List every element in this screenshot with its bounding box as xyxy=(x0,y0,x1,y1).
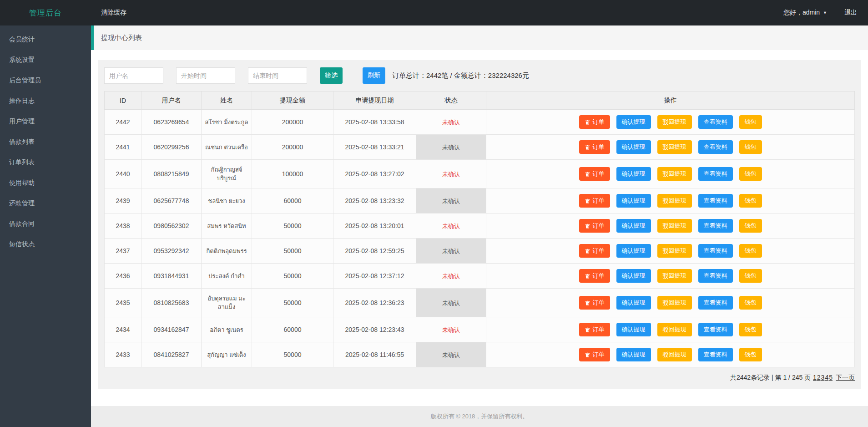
confirm-withdraw-button[interactable]: 确认提现 xyxy=(616,348,651,361)
confirm-withdraw-button[interactable]: 确认提现 xyxy=(616,269,651,283)
reject-withdraw-button[interactable]: 驳回提现 xyxy=(657,194,692,208)
order-button[interactable]: 订单 xyxy=(579,244,610,258)
wallet-button[interactable]: 钱包 xyxy=(739,244,762,258)
username-input[interactable] xyxy=(104,67,163,84)
confirm-withdraw-button[interactable]: 确认提现 xyxy=(616,167,651,181)
view-profile-button[interactable]: 查看资料 xyxy=(698,219,733,233)
cell-actions: 订单确认提现驳回提现查看资料钱包 xyxy=(486,188,855,214)
order-button[interactable]: 订单 xyxy=(579,219,610,233)
column-header: 状态 xyxy=(416,92,486,110)
order-button-label: 订单 xyxy=(593,197,605,205)
cell-username: 0808215849 xyxy=(141,160,202,188)
view-profile-button[interactable]: 查看资料 xyxy=(698,194,733,208)
sidebar-item[interactable]: 操作日志 xyxy=(0,91,91,111)
wallet-button[interactable]: 钱包 xyxy=(739,115,762,129)
reject-withdraw-button[interactable]: 驳回提现 xyxy=(657,348,692,361)
view-profile-button[interactable]: 查看资料 xyxy=(698,323,733,336)
user-menu[interactable]: 您好，admin ▼ xyxy=(783,9,827,17)
order-button[interactable]: 订单 xyxy=(579,348,610,361)
cell-date: 2025-02-08 13:20:01 xyxy=(333,214,416,239)
order-button[interactable]: 订单 xyxy=(579,115,610,129)
wallet-button[interactable]: 钱包 xyxy=(739,219,762,233)
confirm-withdraw-button[interactable]: 确认提现 xyxy=(616,115,651,129)
status-badge: 未确认 xyxy=(416,160,486,188)
sidebar-item[interactable]: 借款列表 xyxy=(0,132,91,152)
page-link[interactable]: 4 xyxy=(825,374,828,381)
sidebar-item[interactable]: 短信状态 xyxy=(0,234,91,254)
cell-date: 2025-02-08 12:37:12 xyxy=(333,264,416,289)
reject-withdraw-button[interactable]: 驳回提现 xyxy=(657,167,692,181)
page-link[interactable]: 1 xyxy=(813,374,817,381)
reject-withdraw-button[interactable]: 驳回提现 xyxy=(657,219,692,233)
sidebar-item[interactable]: 借款合同 xyxy=(0,214,91,234)
cell-name: ประสงค์ กำศำ xyxy=(202,264,252,289)
confirm-withdraw-button[interactable]: 确认提现 xyxy=(616,194,651,208)
confirm-withdraw-button[interactable]: 确认提现 xyxy=(616,140,651,154)
sidebar-item[interactable]: 后台管理员 xyxy=(0,70,91,91)
order-button[interactable]: 订单 xyxy=(579,269,610,283)
wallet-button[interactable]: 钱包 xyxy=(739,323,762,336)
sidebar-item[interactable]: 订单列表 xyxy=(0,152,91,173)
order-summary: 订单总计：2442笔 / 金额总计：232224326元 xyxy=(392,71,529,80)
cell-id: 2434 xyxy=(105,317,141,342)
sidebar-item[interactable]: 用户管理 xyxy=(0,111,91,132)
reject-withdraw-button[interactable]: 驳回提现 xyxy=(657,323,692,336)
end-time-input[interactable] xyxy=(248,67,307,84)
cell-username: 0931844931 xyxy=(141,264,202,289)
sidebar-item[interactable]: 还款管理 xyxy=(0,193,91,214)
order-button[interactable]: 订单 xyxy=(579,296,610,310)
page-link[interactable]: 2 xyxy=(817,374,821,381)
cell-amount: 60000 xyxy=(252,317,333,342)
greeting-text: 您好，admin xyxy=(783,9,820,17)
view-profile-button[interactable]: 查看资料 xyxy=(698,167,733,181)
brand-title[interactable]: 管理后台 xyxy=(0,8,91,18)
order-button[interactable]: 订单 xyxy=(579,323,610,336)
wallet-button[interactable]: 钱包 xyxy=(739,269,762,283)
wallet-button[interactable]: 钱包 xyxy=(739,194,762,208)
next-page-link[interactable]: 下一页 xyxy=(836,374,855,381)
cell-date: 2025-02-08 13:33:21 xyxy=(333,135,416,160)
order-button[interactable]: 订单 xyxy=(579,194,610,208)
table-row: 24340934162847อภิตา ชูเนตร600002025-02-0… xyxy=(105,317,855,342)
sidebar-item[interactable]: 使用帮助 xyxy=(0,173,91,193)
reject-withdraw-button[interactable]: 驳回提现 xyxy=(657,115,692,129)
confirm-withdraw-button[interactable]: 确认提现 xyxy=(616,323,651,336)
view-profile-button[interactable]: 查看资料 xyxy=(698,140,733,154)
refresh-button[interactable]: 刷新 xyxy=(363,67,385,84)
wallet-button[interactable]: 钱包 xyxy=(739,167,762,181)
filter-button[interactable]: 筛选 xyxy=(320,67,343,84)
cell-username: 0934162847 xyxy=(141,317,202,342)
wallet-button[interactable]: 钱包 xyxy=(739,348,762,361)
order-button[interactable]: 订单 xyxy=(579,167,610,181)
trash-icon xyxy=(585,273,590,279)
logout-link[interactable]: 退出 xyxy=(844,9,857,17)
confirm-withdraw-button[interactable]: 确认提现 xyxy=(616,219,651,233)
sidebar-item[interactable]: 系统设置 xyxy=(0,50,91,70)
page-title: 提现中心列表 xyxy=(91,25,868,50)
view-profile-button[interactable]: 查看资料 xyxy=(698,348,733,361)
view-profile-button[interactable]: 查看资料 xyxy=(698,296,733,310)
view-profile-button[interactable]: 查看资料 xyxy=(698,115,733,129)
confirm-withdraw-button[interactable]: 确认提现 xyxy=(616,244,651,258)
view-profile-button[interactable]: 查看资料 xyxy=(698,269,733,283)
reject-withdraw-button[interactable]: 驳回提现 xyxy=(657,269,692,283)
confirm-withdraw-button[interactable]: 确认提现 xyxy=(616,296,651,310)
sidebar-item[interactable]: 会员统计 xyxy=(0,29,91,50)
cell-name: ชลนิชา ยะยวง xyxy=(202,188,252,214)
page-link[interactable]: 5 xyxy=(829,374,833,381)
order-button-label: 订单 xyxy=(593,222,605,230)
column-header: 操作 xyxy=(486,92,855,110)
view-profile-button[interactable]: 查看资料 xyxy=(698,244,733,258)
content-panel: 筛选 刷新 订单总计：2442笔 / 金额总计：232224326元 ID用户名… xyxy=(98,60,861,389)
start-time-input[interactable] xyxy=(176,67,235,84)
wallet-button[interactable]: 钱包 xyxy=(739,140,762,154)
clear-cache-link[interactable]: 清除缓存 xyxy=(101,9,126,17)
table-row: 24400808215849กัณฐิกาญสจ์ บริบูรณ์100000… xyxy=(105,160,855,188)
page-link[interactable]: 3 xyxy=(821,374,825,381)
reject-withdraw-button[interactable]: 驳回提现 xyxy=(657,140,692,154)
reject-withdraw-button[interactable]: 驳回提现 xyxy=(657,244,692,258)
reject-withdraw-button[interactable]: 驳回提现 xyxy=(657,296,692,310)
order-button[interactable]: 订单 xyxy=(579,140,610,154)
copyright-footer: 版权所有 © 2018，并保留所有权利。 xyxy=(91,406,868,427)
wallet-button[interactable]: 钱包 xyxy=(739,296,762,310)
